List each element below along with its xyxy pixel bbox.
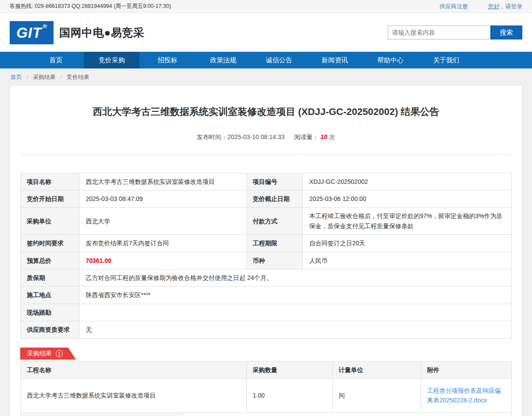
purchase-result-tab: 采购结果 1 <box>20 348 76 360</box>
login-text: ，请登录 <box>500 3 522 10</box>
site-value: 陕西省西安市长安区**** <box>79 287 512 304</box>
purchaser-value: 西北大学 <box>79 208 246 235</box>
breadcrumb-level2[interactable]: 竞价结果 <box>67 74 90 80</box>
nav-item-news[interactable]: 新闻资讯 <box>307 52 363 68</box>
currency-label: 币种 <box>246 252 303 269</box>
result-quantity: 1.00 <box>246 378 332 412</box>
table-row: 西北大学考古三维数据系统实训室装修改造项目 1.00 间 工程类分项报价表及响应… <box>21 378 512 412</box>
bid-end-label: 竞价截止日期 <box>246 190 303 207</box>
breadcrumb-separator: / <box>27 74 29 80</box>
table-row: 现场踏勘 <box>21 304 512 321</box>
logo-text: GIT <box>16 25 42 40</box>
qualification-value: 无 <box>79 321 512 338</box>
col-header-unit: 计量单位 <box>332 361 421 378</box>
views-count: 10 <box>320 133 327 140</box>
divider <box>20 154 512 155</box>
project-name-label: 项目名称 <box>21 173 79 190</box>
attachment-link[interactable]: 工程类分项报价表及响应偏离表20250228-2.docx <box>427 387 501 404</box>
budget-value: 70361.00 <box>79 252 246 269</box>
col-header-attachment: 附件 <box>421 361 511 378</box>
project-name-value: 西北大学考古三维数据系统实训室装修改造项目 <box>79 173 246 190</box>
login-link[interactable]: 您好，请登录 <box>488 3 522 11</box>
budget-label: 预算总价 <box>21 252 79 269</box>
payment-label: 付款方式 <box>246 208 303 235</box>
table-row: 竞价开始日期 2025-03-03 08:47:09 竞价截止日期 2025-0… <box>21 190 512 207</box>
sign-time-label: 签约时间要求 <box>21 235 79 252</box>
col-header-quantity: 采购数量 <box>246 361 332 378</box>
project-detail-table: 项目名称 西北大学考古三维数据系统实训室装修改造项目 项目编号 XDJJ-GC-… <box>20 173 512 339</box>
greeting-text: 您好 <box>488 3 500 10</box>
breadcrumb: 首页 / 采购结果 / 竞价结果 <box>10 68 522 85</box>
purchaser-label: 采购单位 <box>21 208 79 235</box>
nav-item-home[interactable]: 首页 <box>28 52 84 68</box>
breadcrumb-home-link[interactable]: 首页 <box>11 74 22 80</box>
nav-item-about[interactable]: 关于我们 <box>418 52 474 68</box>
result-summary-table: 成交总价 43098.50 元 成交供应商 陕西侨富建设工程有限公司 <box>20 412 512 416</box>
result-project-name: 西北大学考古三维数据系统实训室装修改造项目 <box>21 378 247 412</box>
qualification-label: 供应商资质要求 <box>21 321 79 338</box>
nav-item-tender[interactable]: 招投标 <box>140 52 195 68</box>
result-unit: 间 <box>332 378 421 412</box>
result-count-badge: 1 <box>56 350 63 357</box>
purchase-result-tab-label: 采购结果 <box>27 350 52 358</box>
nav-item-help[interactable]: 帮助中心 <box>363 52 418 68</box>
search-input[interactable] <box>388 25 490 39</box>
breadcrumb-separator: / <box>61 74 62 80</box>
article-meta: 发布时间：2025-03-10 08:14:33阅读量：10次 <box>20 133 512 141</box>
duration-label: 工程期限 <box>246 235 303 252</box>
total-price-label: 成交总价 <box>21 412 183 416</box>
main-nav: 首页 竞价采购 招投标 政策法规 诚信公告 新闻资讯 帮助中心 关于我们 <box>0 52 532 68</box>
project-code-value: XDJJ-GC-202502002 <box>303 173 512 190</box>
site-name: 国网中电●易竞采 <box>59 25 144 40</box>
warranty-label: 质保期 <box>21 269 79 286</box>
git-logo[interactable]: GIT ® <box>10 21 54 44</box>
nav-item-policy[interactable]: 政策法规 <box>195 52 251 68</box>
bid-end-value: 2025-03-06 12:00:00 <box>303 190 512 207</box>
site-header: GIT ® 国网中电●易竞采 搜索 <box>0 13 532 52</box>
nav-item-integrity[interactable]: 诚信公告 <box>251 52 307 68</box>
table-row: 项目名称 西北大学考古三维数据系统实训室装修改造项目 项目编号 XDJJ-GC-… <box>21 173 512 190</box>
table-row: 质保期 乙方对合同工程的质量保修期为验收合格并交付使用之日起 24个月。 <box>21 269 512 286</box>
publish-time-label: 发布时间： <box>197 133 227 140</box>
survey-label: 现场踏勘 <box>21 304 79 321</box>
views-unit: 次 <box>329 133 335 140</box>
site-label: 施工地点 <box>21 287 79 304</box>
sign-time-value: 发布竞价结果后7天内签订合同 <box>79 235 246 252</box>
breadcrumb-level1[interactable]: 采购结果 <box>33 74 56 80</box>
registered-trademark-icon: ® <box>43 23 47 29</box>
views-label: 阅读量： <box>294 133 319 140</box>
col-header-project-name: 工程名称 <box>21 361 247 378</box>
table-row: 预算总价 70361.00 币种 人民币 <box>21 252 512 269</box>
page-title: 西北大学考古三维数据系统实训室装修改造项目 (XDJJ-GC-202502002… <box>20 106 512 118</box>
table-row: 施工地点 陕西省西安市长安区**** <box>21 287 512 304</box>
currency-value: 人民币 <box>303 252 512 269</box>
table-row: 采购单位 西北大学 付款方式 本工程竣工验收合格后，付至审定价款的97%，留审定… <box>21 208 512 235</box>
topbar: 客服热线: 029-86618373 QQ:2881944994 (周一至周五9… <box>0 0 532 13</box>
service-hotline: 客服热线: 029-86618373 QQ:2881944994 (周一至周五9… <box>10 3 171 10</box>
publish-time-value: 2025-03-10 08:14:33 <box>227 133 284 140</box>
table-row: 供应商资质要求 无 <box>21 321 512 338</box>
nav-item-bidding-purchase[interactable]: 竞价采购 <box>84 52 140 68</box>
search-box: 搜索 <box>388 25 522 39</box>
table-header-row: 工程名称 采购数量 计量单位 附件 <box>21 361 512 378</box>
warranty-value: 乙方对合同工程的质量保修期为验收合格并交付使用之日起 24个月。 <box>79 269 512 286</box>
supplier-register-link[interactable]: 供应商注册 <box>439 3 468 11</box>
search-button[interactable]: 搜索 <box>490 25 522 39</box>
project-code-label: 项目编号 <box>246 173 303 190</box>
table-row: 成交总价 43098.50 元 <box>21 412 512 416</box>
announcement-card: 西北大学考古三维数据系统实训室装修改造项目 (XDJJ-GC-202502002… <box>10 85 522 416</box>
bid-start-label: 竞价开始日期 <box>21 190 79 207</box>
purchase-result-table: 工程名称 采购数量 计量单位 附件 西北大学考古三维数据系统实训室装修改造项目 … <box>20 361 512 413</box>
table-row: 签约时间要求 发布竞价结果后7天内签订合同 工程期限 自合同签订之日20天 <box>21 235 512 252</box>
payment-value: 本工程竣工验收合格后，付至审定价款的97%，留审定金额的3%作为质保金，质保金支… <box>303 208 512 235</box>
survey-value <box>79 304 512 321</box>
bid-start-value: 2025-03-03 08:47:09 <box>79 190 246 207</box>
brand: GIT ® 国网中电●易竞采 <box>10 21 144 44</box>
duration-value: 自合同签订之日20天 <box>303 235 512 252</box>
topbar-links: 供应商注册 您好，请登录 <box>419 3 522 11</box>
